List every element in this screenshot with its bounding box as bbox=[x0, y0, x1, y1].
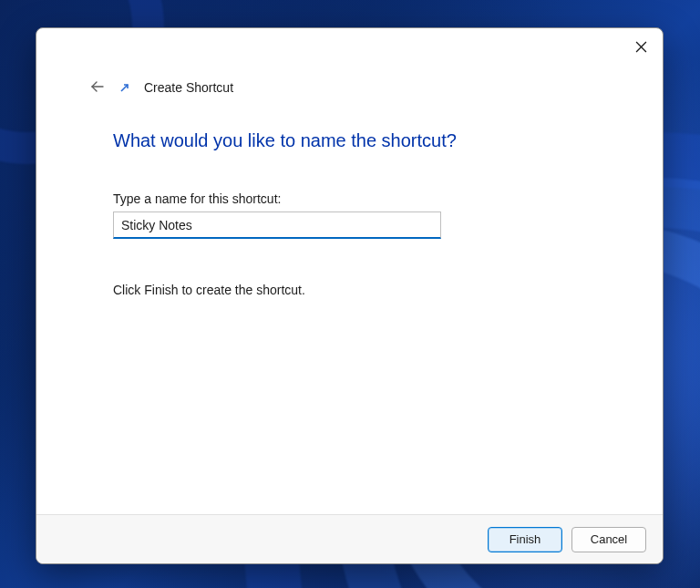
desktop-wallpaper: Create Shortcut What would you like to n… bbox=[0, 0, 700, 588]
back-arrow-icon bbox=[90, 79, 105, 97]
back-button[interactable] bbox=[88, 77, 108, 98]
close-button[interactable] bbox=[626, 36, 655, 61]
shortcut-name-input[interactable] bbox=[113, 211, 441, 239]
dialog-header: Create Shortcut bbox=[36, 28, 663, 99]
create-shortcut-dialog: Create Shortcut What would you like to n… bbox=[36, 27, 664, 564]
close-icon bbox=[635, 41, 647, 56]
dialog-title: Create Shortcut bbox=[144, 80, 233, 95]
finish-button[interactable]: Finish bbox=[488, 527, 562, 552]
dialog-footer: Finish Cancel bbox=[36, 514, 663, 563]
page-heading: What would you like to name the shortcut… bbox=[113, 130, 619, 151]
dialog-content: What would you like to name the shortcut… bbox=[36, 99, 663, 514]
name-field-label: Type a name for this shortcut: bbox=[113, 191, 619, 206]
shortcut-arrow-icon bbox=[118, 81, 131, 94]
instruction-text: Click Finish to create the shortcut. bbox=[113, 283, 619, 297]
cancel-button[interactable]: Cancel bbox=[571, 527, 646, 552]
